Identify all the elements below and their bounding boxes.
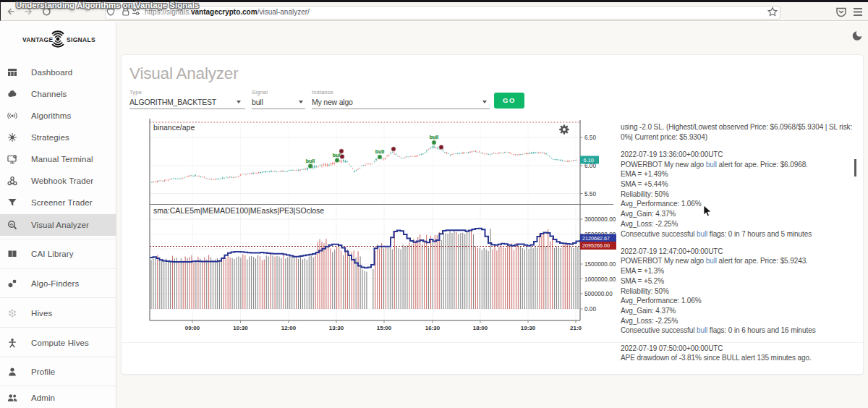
svg-text:SIGNALS: SIGNALS: [67, 36, 95, 43]
svg-text:1000000.00: 1000000.00: [584, 276, 616, 283]
svg-text:500000.00: 500000.00: [584, 291, 613, 297]
svg-text:15:00: 15:00: [377, 325, 392, 331]
svg-text:6.10: 6.10: [584, 157, 594, 163]
svg-text:21:0: 21:0: [570, 325, 582, 331]
svg-text:10:30: 10:30: [233, 325, 248, 331]
svg-text:09:00: 09:00: [185, 325, 200, 331]
svg-text:2120682.67: 2120682.67: [582, 235, 610, 242]
svg-text:bull: bull: [375, 149, 384, 154]
svg-text:13:30: 13:30: [329, 325, 344, 331]
svg-text:19:30: 19:30: [521, 325, 536, 331]
svg-text:VANTAGE: VANTAGE: [22, 36, 53, 43]
svg-text:0.00: 0.00: [584, 306, 596, 313]
svg-text:6.50: 6.50: [584, 135, 596, 141]
svg-text:16:30: 16:30: [425, 325, 441, 331]
svg-text:sma:CALE5m|MEMADE100|MEasks|PE: sma:CALE5m|MEMADE100|MEasks|PE3|SOclose: [153, 206, 324, 215]
svg-text:5.50: 5.50: [584, 191, 596, 197]
svg-text:12:00: 12:00: [281, 325, 297, 331]
svg-text:binance/ape: binance/ape: [153, 123, 195, 132]
svg-text:3000000.00: 3000000.00: [584, 216, 616, 223]
svg-text:2095266.00: 2095266.00: [582, 242, 610, 249]
svg-text:bull: bull: [306, 158, 315, 163]
svg-text:18:00: 18:00: [473, 325, 488, 331]
svg-text:bull: bull: [430, 135, 438, 140]
svg-text:1500000.00: 1500000.00: [584, 261, 616, 268]
